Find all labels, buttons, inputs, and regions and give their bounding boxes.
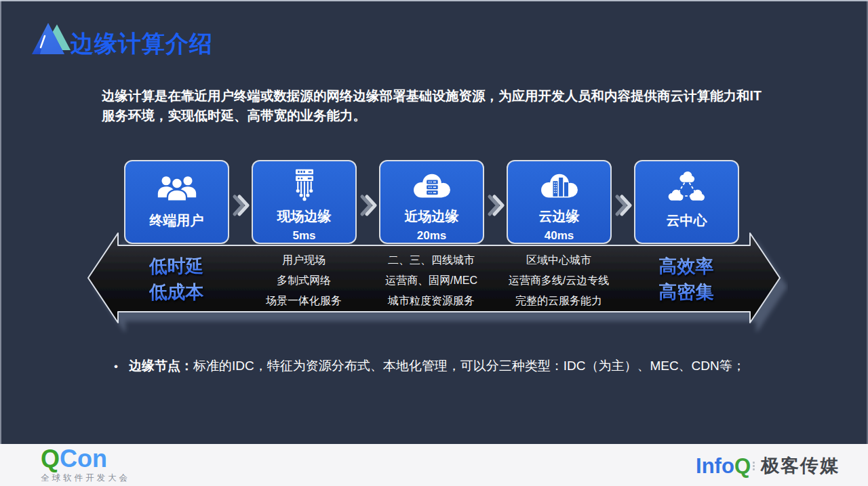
chevron-right-icon: [232, 192, 250, 219]
chevron-right-icon: [487, 192, 505, 219]
band-line: 高效率: [659, 254, 714, 279]
infoq-small-mark: [753, 457, 755, 474]
stage-label: 终端用户: [150, 211, 204, 230]
band-line: 区域中心城市: [496, 250, 622, 270]
bullet-item: •边缘节点：标准的IDC，特征为资源分布式、本地化管理，可以分三种类型：IDC（…: [114, 357, 785, 375]
band-column-high-efficiency: 高效率 高密集: [623, 254, 749, 305]
cloud-network-icon: [667, 167, 707, 210]
stage-label: 云中心: [667, 211, 707, 230]
band-line: 低成本: [149, 279, 204, 305]
users-icon: [156, 167, 198, 210]
bullet-marker: •: [114, 360, 118, 373]
cloud-city-icon: [537, 167, 582, 206]
band-column-near-edge: 二、三、四线城市 运营商、固网/MEC 城市粒度资源服务: [368, 250, 494, 311]
qcon-subtitle: 全球软件开发大会: [41, 474, 130, 483]
intro-paragraph: 边缘计算是在靠近用户终端或数据源的网络边缘部署基础设施资源，为应用开发人员和内容…: [102, 86, 774, 126]
qcon-logo-q: Q: [41, 445, 60, 472]
chevron-right-icon: [614, 192, 632, 219]
infoq-logo-q: Q: [734, 455, 751, 477]
band-line: 二、三、四线城市: [368, 250, 494, 270]
stage-label: 云边缘: [539, 207, 580, 226]
band-line: 运营商、固网/MEC: [368, 270, 494, 291]
bullet-term: 边缘节点：: [129, 359, 193, 373]
band-line: 多制式网络: [241, 270, 367, 291]
chevron-right-icon: [359, 192, 377, 219]
band-line: 城市粒度资源服务: [368, 291, 494, 311]
infoq-brand-text: 极客传媒: [761, 453, 840, 478]
slide: 边缘计算介绍 边缘计算是在靠近用户终端或数据源的网络边缘部署基础设施资源，为应用…: [0, 0, 868, 486]
band-line: 用户现场: [241, 250, 367, 270]
band-line: 完整的云服务能力: [496, 291, 622, 311]
bullet-text: 标准的IDC，特征为资源分布式、本地化管理，可以分三种类型：IDC（为主）、ME…: [193, 359, 745, 373]
footer-bar: QCon 全球软件开发大会 InfoQ 极客传媒: [0, 444, 868, 486]
band-column-low-latency: 低时延 低成本: [113, 254, 239, 305]
band-line: 运营商多线/云边专线: [496, 270, 622, 291]
infoq-logo-info: Info: [696, 455, 734, 477]
page-title: 边缘计算介绍: [71, 28, 213, 60]
band-column-field-edge: 用户现场 多制式网络 场景一体化服务: [241, 250, 367, 311]
edge-device-icon: [287, 167, 322, 206]
stage-label: 近场边缘: [405, 207, 459, 226]
band-column-cloud-edge: 区域中心城市 运营商多线/云边专线 完整的云服务能力: [496, 250, 622, 311]
qcon-logo-con: Con: [60, 445, 107, 472]
infoq-logo: InfoQ 极客传媒: [696, 453, 840, 478]
band-line: 高密集: [659, 279, 714, 305]
triangle-logo-icon: [31, 20, 72, 56]
stage-label: 现场边缘: [277, 207, 332, 226]
cloud-server-icon: [410, 167, 454, 206]
band-line: 场景一体化服务: [241, 291, 367, 311]
qcon-logo: QCon 全球软件开发大会: [41, 447, 130, 483]
band-line: 低时延: [149, 254, 204, 279]
